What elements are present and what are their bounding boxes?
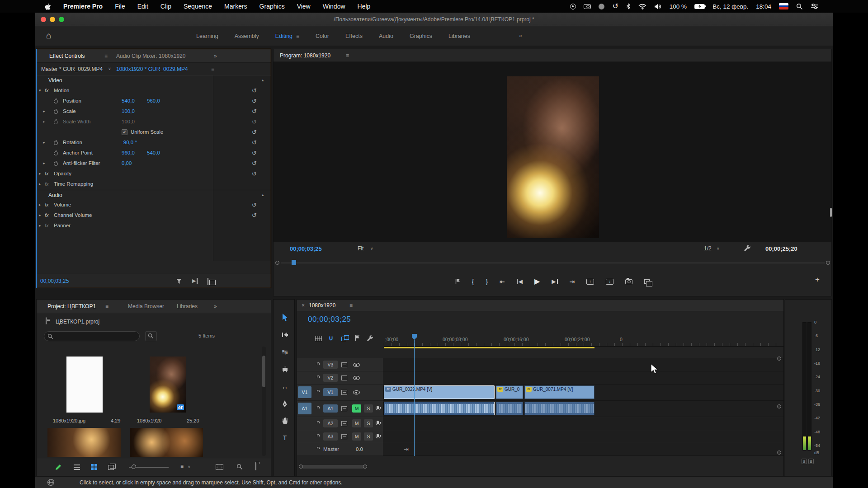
track-a2-lane[interactable] bbox=[383, 417, 783, 430]
thumbnail-partial[interactable] bbox=[130, 428, 203, 457]
fx-icon[interactable]: fx bbox=[45, 171, 49, 176]
zoom-handle-right[interactable] bbox=[363, 465, 367, 469]
chevron-down-icon[interactable]: ∨ bbox=[370, 246, 373, 251]
filter-effects-icon[interactable] bbox=[176, 278, 182, 284]
thumbnail-partial[interactable] bbox=[47, 428, 121, 457]
mute-button[interactable]: M bbox=[352, 404, 361, 413]
tab-project[interactable]: Project: ЦВЕТКОР1 bbox=[47, 303, 96, 310]
program-timecode[interactable]: 00;00;03;25 bbox=[290, 245, 322, 252]
list-view-icon[interactable] bbox=[74, 465, 80, 470]
track-a3-lane[interactable] bbox=[383, 430, 783, 443]
panel-menu-icon[interactable]: ≡ bbox=[346, 52, 349, 59]
effect-label[interactable]: Time Remapping bbox=[54, 181, 93, 187]
param-value[interactable]: 960,0 bbox=[122, 150, 135, 155]
workspace-tab-effects[interactable]: Effects bbox=[345, 33, 363, 39]
param-value[interactable]: 0,00 bbox=[122, 160, 132, 166]
timeline-clip[interactable]: fx GUR_0 bbox=[496, 385, 523, 399]
effect-label[interactable]: Channel Volume bbox=[54, 212, 92, 218]
track-master-lane[interactable]: ⇥ bbox=[383, 443, 783, 456]
mark-out-icon[interactable]: } bbox=[486, 278, 488, 285]
icon-view-icon[interactable] bbox=[91, 464, 97, 470]
reset-effect-icon[interactable]: ↺ bbox=[252, 87, 257, 94]
master-level-value[interactable]: 0.0 bbox=[356, 446, 363, 452]
panel-resize-handle[interactable] bbox=[830, 208, 832, 217]
zoom-slider-knob[interactable] bbox=[132, 465, 136, 469]
track-select-forward-tool-button[interactable] bbox=[279, 328, 291, 341]
chevron-down-icon[interactable]: ∨ bbox=[188, 465, 191, 469]
slip-tool-button[interactable]: ↔ bbox=[279, 380, 291, 393]
effect-label[interactable]: Motion bbox=[54, 88, 70, 93]
source-patch-badge[interactable]: V1 bbox=[298, 386, 311, 398]
tab-program-monitor[interactable]: Program: 488x868 bbox=[280, 52, 330, 59]
track-a3-header[interactable]: A3 M S bbox=[297, 430, 383, 443]
stopwatch-icon[interactable] bbox=[54, 162, 58, 166]
caret-right-icon[interactable]: ▸ bbox=[39, 202, 41, 207]
timeline-audio-clip[interactable] bbox=[384, 402, 495, 415]
solo-button[interactable]: S bbox=[364, 404, 373, 413]
reset-param-icon[interactable]: ↺ bbox=[252, 98, 257, 104]
param-value[interactable]: 960,0 bbox=[147, 98, 160, 103]
find-icon[interactable] bbox=[236, 464, 243, 470]
caret-right-icon[interactable]: ▸ bbox=[39, 213, 41, 217]
track-v1-header[interactable]: V1 V1 bbox=[297, 385, 383, 401]
track-master-header[interactable]: Master 0.0 bbox=[297, 443, 383, 456]
battery-icon[interactable] bbox=[694, 4, 705, 9]
caret-right-icon[interactable]: ▸ bbox=[43, 140, 45, 145]
track-settings-icon[interactable] bbox=[341, 362, 347, 367]
param-value[interactable]: 100,0 bbox=[122, 108, 135, 114]
track-a2-header[interactable]: A2 M S bbox=[297, 417, 383, 430]
caret-right-icon[interactable]: ▸ bbox=[39, 223, 41, 228]
menubar-time[interactable]: 18:04 bbox=[756, 3, 771, 10]
timeline-clip[interactable]: fx GUR_0071.MP4 [V] bbox=[524, 385, 594, 399]
camera-status-icon[interactable] bbox=[584, 4, 591, 9]
settings-wrench-icon[interactable] bbox=[744, 244, 751, 252]
param-value[interactable]: 540,0 bbox=[147, 150, 160, 155]
solo-button[interactable]: S bbox=[364, 432, 373, 441]
project-search-input[interactable] bbox=[44, 331, 140, 341]
master-clip-label[interactable]: Master * GUR_0029.MP4 bbox=[41, 66, 103, 72]
keyboard-layout-flag-icon[interactable] bbox=[779, 3, 788, 9]
voiceover-mic-icon[interactable] bbox=[377, 421, 379, 424]
spotlight-search-icon[interactable] bbox=[796, 3, 803, 10]
track-v1-lane[interactable]: fx GUR_0029.MP4 [V] fx GUR_0 fx GUR_0071… bbox=[383, 385, 783, 401]
fx-icon[interactable]: fx bbox=[45, 88, 49, 93]
panel-menu-icon[interactable]: ≡ bbox=[349, 302, 353, 309]
apple-menu-icon[interactable] bbox=[45, 3, 51, 10]
effect-label[interactable]: Volume bbox=[54, 202, 71, 207]
caret-right-icon[interactable]: ▸ bbox=[43, 109, 45, 113]
effect-label[interactable]: Opacity bbox=[54, 171, 71, 176]
track-name-badge[interactable]: V2 bbox=[323, 374, 338, 382]
timeline-ruler[interactable]: ;00;00 00;00;08;00 00;00;16;00 00;00;24;… bbox=[384, 334, 783, 347]
new-bin-icon[interactable] bbox=[255, 463, 256, 470]
fx-icon[interactable]: fx bbox=[45, 212, 49, 218]
track-v3-header[interactable]: V3 bbox=[297, 358, 383, 371]
zoom-level-select[interactable]: Fit bbox=[358, 245, 363, 252]
reset-effect-icon[interactable]: ↺ bbox=[252, 212, 257, 219]
reset-param-icon[interactable]: ↺ bbox=[252, 150, 257, 156]
track-name-badge[interactable]: A3 bbox=[323, 432, 338, 441]
track-settings-icon[interactable] bbox=[341, 375, 347, 380]
reset-param-icon[interactable]: ↺ bbox=[252, 160, 257, 167]
stopwatch-icon[interactable] bbox=[54, 99, 58, 103]
stopwatch-icon[interactable] bbox=[54, 151, 58, 155]
workspace-tab-assembly[interactable]: Assembly bbox=[235, 33, 259, 39]
menu-sequence[interactable]: Sequence bbox=[184, 3, 212, 10]
status-circle-icon[interactable] bbox=[599, 4, 604, 9]
zoom-handle-left[interactable] bbox=[299, 465, 303, 469]
nest-settings-icon[interactable] bbox=[315, 336, 322, 341]
meter-solo-left-button[interactable]: S bbox=[802, 459, 807, 464]
mute-button[interactable]: M bbox=[352, 419, 361, 427]
timeline-scroll-knob[interactable] bbox=[777, 357, 781, 361]
thumbnail-white-jpg[interactable] bbox=[66, 357, 103, 413]
timeline-clip[interactable]: fx GUR_0029.MP4 [V] bbox=[384, 385, 495, 399]
voiceover-mic-icon[interactable] bbox=[377, 434, 379, 437]
tab-media-browser[interactable]: Media Browser bbox=[128, 303, 164, 310]
ripple-edit-tool-button[interactable]: ↹ bbox=[279, 346, 291, 358]
project-scrollbar[interactable] bbox=[262, 347, 266, 456]
panel-menu-icon[interactable]: ≡ bbox=[104, 53, 108, 59]
source-patch-badge[interactable]: A1 bbox=[298, 403, 311, 414]
effect-label[interactable]: Panner bbox=[54, 223, 71, 228]
workspace-tab-learning[interactable]: Learning bbox=[196, 33, 218, 39]
timeline-horizontal-scrollbar[interactable] bbox=[302, 465, 365, 469]
track-a1-lane[interactable] bbox=[383, 401, 783, 417]
